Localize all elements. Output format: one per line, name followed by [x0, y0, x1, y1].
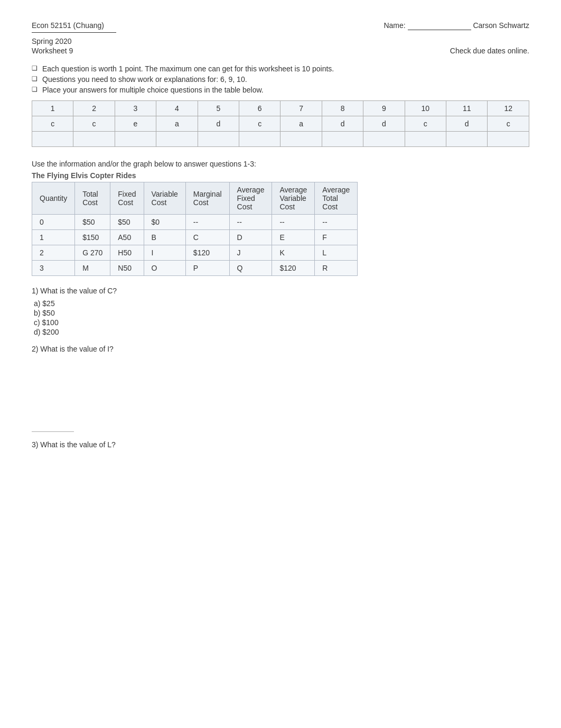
grid-answer-9: d	[363, 116, 405, 132]
instruction-3: Place your answers for multiple choice q…	[32, 86, 529, 94]
cell-r3-c3: O	[144, 261, 185, 276]
answer-grid: 123456789101112cceadcaddcdc	[32, 100, 529, 147]
due-dates: Check due dates online.	[450, 47, 529, 55]
grid-answer-1: c	[32, 116, 73, 132]
grid-blank-6	[239, 132, 280, 147]
grid-number-1: 1	[32, 101, 73, 116]
data-table: QuantityTotalCostFixedCostVariableCostMa…	[32, 182, 358, 276]
grid-number-12: 12	[488, 101, 529, 116]
table-row-1: 1$150A50BCDEF	[32, 230, 358, 245]
header-left: Econ 52151 (Chuang)	[32, 21, 104, 30]
col-header-0: Quantity	[32, 182, 75, 215]
grid-answer-2: c	[73, 116, 115, 132]
cell-r0-c6: --	[272, 215, 315, 230]
cell-r2-c3: I	[144, 245, 185, 261]
worksheet: Worksheet 9	[32, 47, 73, 55]
grid-number-9: 9	[363, 101, 405, 116]
cell-r1-c0: 1	[32, 230, 75, 245]
semester-row: Spring 2020	[32, 37, 529, 45]
grid-answer-4: a	[156, 116, 198, 132]
grid-blank-1	[32, 132, 73, 147]
grid-blank-3	[115, 132, 156, 147]
q1-option-b: b) $50	[34, 309, 529, 317]
header-right: Name: Carson Schwartz	[384, 21, 529, 30]
grid-blank-12	[488, 132, 529, 147]
grid-number-6: 6	[239, 101, 280, 116]
col-header-6: AverageVariableCost	[272, 182, 315, 215]
cell-r2-c7: L	[315, 245, 358, 261]
grid-answer-3: e	[115, 116, 156, 132]
cell-r1-c1: $150	[75, 230, 110, 245]
cell-r3-c4: P	[185, 261, 229, 276]
table-row-3: 3MN50OPQ$120R	[32, 261, 358, 276]
col-header-3: VariableCost	[144, 182, 185, 215]
cell-r3-c1: M	[75, 261, 110, 276]
instruction-2: Questions you need to show work or expla…	[32, 75, 529, 84]
name-label: Name:	[384, 21, 405, 30]
divider	[32, 431, 74, 432]
cell-r2-c0: 2	[32, 245, 75, 261]
col-header-5: AverageFixedCost	[229, 182, 272, 215]
table-row-2: 2G 270H50I$120JKL	[32, 245, 358, 261]
col-header-4: MarginalCost	[185, 182, 229, 215]
semester: Spring 2020	[32, 37, 72, 45]
cell-r0-c5: --	[229, 215, 272, 230]
grid-blank-2	[73, 132, 115, 147]
question-2-answer-area	[32, 357, 529, 421]
grid-blank-7	[280, 132, 322, 147]
cell-r3-c0: 3	[32, 261, 75, 276]
questions-section: 1) What is the value of C? a) $25 b) $50…	[32, 287, 529, 449]
instruction-1: Each question is worth 1 point. The maxi…	[32, 64, 529, 73]
cell-r3-c5: Q	[229, 261, 272, 276]
grid-blank-4	[156, 132, 198, 147]
question-2-text: 2) What is the value of I?	[32, 345, 529, 353]
question-3-text: 3) What is the value of L?	[32, 440, 529, 449]
cell-r1-c5: D	[229, 230, 272, 245]
grid-number-11: 11	[446, 101, 488, 116]
table-row-0: 0$50$50$0--------	[32, 215, 358, 230]
grid-number-2: 2	[73, 101, 115, 116]
grid-answer-7: a	[280, 116, 322, 132]
grid-number-3: 3	[115, 101, 156, 116]
grid-number-8: 8	[322, 101, 363, 116]
student-name: Carson Schwartz	[473, 21, 529, 30]
name-value	[408, 21, 471, 30]
cell-r3-c2: N50	[110, 261, 144, 276]
col-header-1: TotalCost	[75, 182, 110, 215]
cell-r0-c2: $50	[110, 215, 144, 230]
cell-r2-c2: H50	[110, 245, 144, 261]
grid-number-4: 4	[156, 101, 198, 116]
q1-option-a: a) $25	[34, 299, 529, 308]
table-title: The Flying Elvis Copter Rides	[32, 171, 529, 180]
question-1-text: 1) What is the value of C?	[32, 287, 529, 295]
grid-answer-12: c	[488, 116, 529, 132]
worksheet-row: Worksheet 9 Check due dates online.	[32, 47, 529, 55]
cell-r0-c4: --	[185, 215, 229, 230]
cell-r0-c3: $0	[144, 215, 185, 230]
section-intro: Use the information and/or the graph bel…	[32, 160, 529, 168]
cell-r1-c4: C	[185, 230, 229, 245]
grid-answer-6: c	[239, 116, 280, 132]
grid-blank-11	[446, 132, 488, 147]
question-1-options: a) $25 b) $50 c) $100 d) $200	[32, 299, 529, 336]
cell-r0-c7: --	[315, 215, 358, 230]
col-header-2: FixedCost	[110, 182, 144, 215]
cell-r1-c7: F	[315, 230, 358, 245]
grid-answer-8: d	[322, 116, 363, 132]
grid-blank-8	[322, 132, 363, 147]
course-title: Econ 52151 (Chuang)	[32, 21, 104, 30]
cell-r3-c7: R	[315, 261, 358, 276]
cell-r2-c5: J	[229, 245, 272, 261]
col-header-7: AverageTotalCost	[315, 182, 358, 215]
cell-r1-c2: A50	[110, 230, 144, 245]
header-underline	[32, 32, 116, 33]
grid-number-5: 5	[198, 101, 239, 116]
instructions-list: Each question is worth 1 point. The maxi…	[32, 64, 529, 94]
cell-r0-c1: $50	[75, 215, 110, 230]
grid-answer-11: d	[446, 116, 488, 132]
grid-answer-5: d	[198, 116, 239, 132]
cell-r2-c6: K	[272, 245, 315, 261]
cell-r0-c0: 0	[32, 215, 75, 230]
grid-blank-9	[363, 132, 405, 147]
cell-r1-c6: E	[272, 230, 315, 245]
